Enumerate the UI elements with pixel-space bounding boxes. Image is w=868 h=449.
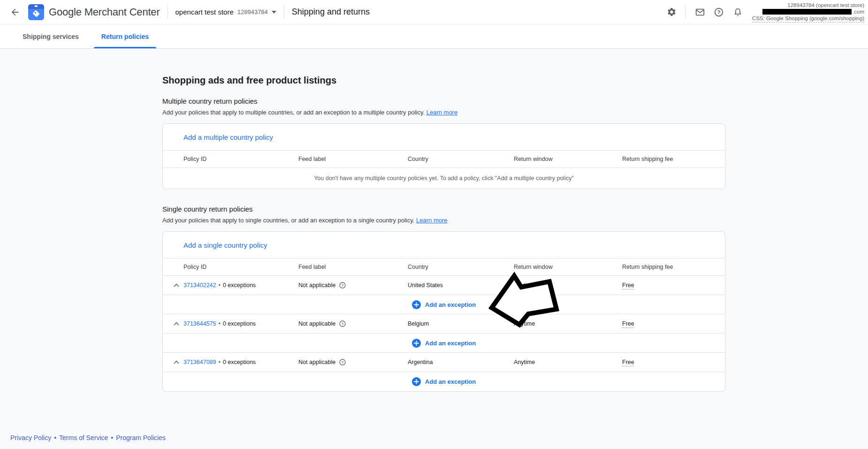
svg-text:?: ? (342, 322, 344, 326)
plus-icon (412, 339, 421, 348)
return-window-value: Anytime (514, 359, 622, 365)
svg-text:?: ? (342, 283, 344, 288)
plus-icon (412, 377, 421, 386)
help-icon[interactable]: ? (339, 358, 346, 366)
tab-return-policies[interactable]: Return policies (90, 24, 160, 48)
top-header: Google Merchant Center opencart test sto… (0, 0, 868, 24)
single-table-header: Policy ID Feed label Country Return wind… (163, 258, 725, 276)
col-feed-label: Feed label (298, 156, 408, 162)
tab-bar: Shipping services Return policies (0, 24, 868, 49)
account-info: 128943784 (opencart test store) .com CSS… (752, 2, 864, 23)
single-learn-more-link[interactable]: Learn more (416, 217, 447, 224)
mail-icon (695, 7, 705, 17)
tab-shipping-services[interactable]: Shipping services (11, 24, 90, 48)
col-return-shipping-fee: Return shipping fee (622, 156, 725, 162)
add-exception-button[interactable]: Add an exception (163, 295, 725, 314)
help-icon[interactable]: ? (339, 282, 346, 289)
notifications-button[interactable] (728, 3, 747, 22)
collapse-toggle[interactable] (163, 283, 183, 288)
return-window-value: Anytime (514, 282, 622, 289)
col-policy-id: Policy ID (183, 264, 298, 270)
multiple-empty-state: You don't have any multiple country poli… (163, 168, 725, 189)
country-value: Argentina (408, 359, 514, 365)
policy-row: 3713647089 • 0 exceptions Not applicable… (163, 353, 725, 372)
multiple-section-description: Add your policies that apply to multiple… (162, 109, 725, 116)
product-name: Google Merchant Center (49, 6, 160, 18)
col-country: Country (408, 264, 514, 270)
account-css-line[interactable]: CSS: Google Shopping (google.com/shoppin… (752, 15, 864, 23)
single-section-title: Single country return policies (162, 205, 725, 213)
terms-of-service-link[interactable]: Terms of Service (59, 434, 108, 441)
help-button[interactable]: ? (709, 3, 728, 22)
messages-button[interactable] (691, 3, 709, 22)
back-arrow-icon (10, 7, 20, 17)
fee-value[interactable]: Free (622, 320, 634, 328)
chevron-down-icon (272, 11, 276, 14)
plus-icon (412, 300, 421, 309)
add-multiple-country-policy-button[interactable]: Add a multiple country policy (183, 133, 273, 141)
divider (284, 6, 284, 18)
help-icon[interactable]: ? (339, 320, 346, 327)
collapse-toggle[interactable] (163, 321, 183, 326)
bell-icon (733, 7, 743, 17)
divider (168, 6, 168, 18)
feed-label-value: Not applicable (298, 359, 335, 365)
country-value: Belgium (408, 320, 514, 327)
page-title: Shipping and returns (292, 7, 370, 17)
program-policies-link[interactable]: Program Policies (116, 434, 166, 441)
account-email-line: .com (752, 8, 864, 15)
multiple-section-title: Multiple country return policies (162, 97, 725, 105)
settings-button[interactable] (662, 3, 681, 22)
chevron-up-icon (173, 321, 180, 326)
col-feed-label: Feed label (298, 264, 408, 270)
policy-id-link[interactable]: 3713644575 (183, 320, 216, 327)
account-switcher[interactable]: opencart test store 128943784 (175, 8, 276, 16)
add-single-country-policy-button[interactable]: Add a single country policy (183, 241, 267, 249)
chevron-up-icon (173, 283, 180, 288)
exceptions-count: 0 exceptions (223, 282, 256, 289)
col-return-shipping-fee: Return shipping fee (622, 264, 725, 270)
col-policy-id: Policy ID (183, 156, 298, 162)
col-return-window: Return window (514, 264, 622, 270)
back-button[interactable] (6, 3, 24, 22)
merchant-center-logo[interactable]: Google Merchant Center (28, 4, 160, 20)
multiple-table-header: Policy ID Feed label Country Return wind… (163, 150, 725, 168)
footer: Privacy Policy•Terms of Service•Program … (0, 434, 868, 449)
policy-row: 3713644575 • 0 exceptions Not applicable… (163, 314, 725, 334)
exceptions-count: 0 exceptions (223, 320, 256, 327)
store-name: opencart test store (175, 8, 234, 16)
policy-row: 3713402242 • 0 exceptions Not applicable… (163, 276, 725, 295)
add-exception-button[interactable]: Add an exception (163, 334, 725, 353)
account-id-line: 128943784 (opencart test store) (752, 2, 864, 8)
multiple-learn-more-link[interactable]: Learn more (426, 109, 457, 116)
col-country: Country (408, 156, 514, 162)
col-return-window: Return window (514, 156, 622, 162)
redacted-email (762, 9, 852, 15)
single-section-description: Add your policies that apply to single c… (162, 217, 725, 224)
chevron-up-icon (173, 360, 180, 365)
help-icon: ? (714, 7, 724, 17)
feed-label-value: Not applicable (298, 320, 335, 327)
exceptions-count: 0 exceptions (223, 359, 256, 365)
merchant-center-logo-icon (28, 4, 44, 20)
policy-id-link[interactable]: 3713647089 (183, 359, 216, 365)
policy-id-link[interactable]: 3713402242 (183, 282, 216, 289)
return-window-value: Anytime (514, 320, 622, 327)
single-policies-card: Add a single country policy Policy ID Fe… (162, 231, 725, 392)
multiple-policies-card: Add a multiple country policy Policy ID … (162, 123, 725, 189)
feed-label-value: Not applicable (298, 282, 335, 289)
fee-value[interactable]: Free (622, 359, 634, 366)
country-value: United States (408, 282, 514, 289)
privacy-policy-link[interactable]: Privacy Policy (10, 434, 51, 441)
fee-value[interactable]: Free (622, 282, 634, 289)
svg-text:?: ? (342, 360, 344, 365)
add-exception-button[interactable]: Add an exception (163, 372, 725, 391)
gear-icon (667, 7, 677, 17)
divider (685, 6, 686, 18)
main-content: Shopping ads and free product listings M… (0, 49, 868, 449)
svg-text:?: ? (717, 9, 721, 15)
page-heading: Shopping ads and free product listings (162, 75, 725, 86)
collapse-toggle[interactable] (163, 360, 183, 365)
store-id: 128943784 (237, 8, 268, 15)
